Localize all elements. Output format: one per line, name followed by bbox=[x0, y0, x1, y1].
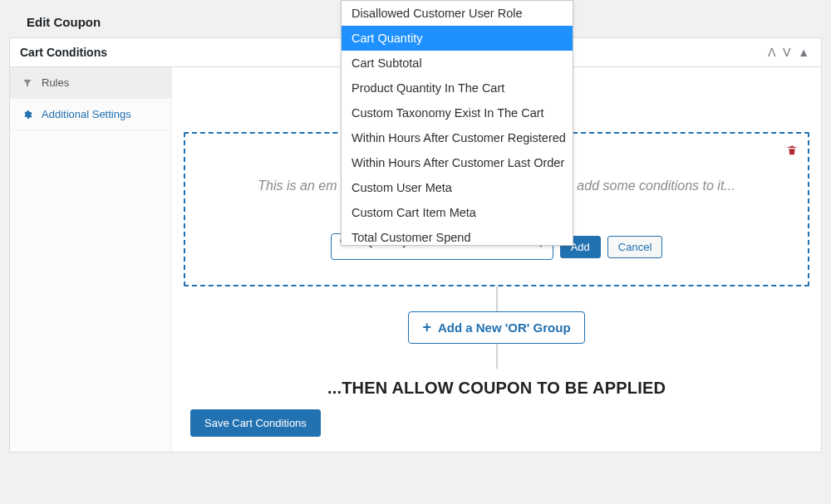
cancel-condition-button[interactable]: Cancel bbox=[607, 236, 662, 258]
dropdown-option[interactable]: Custom User Meta bbox=[342, 175, 573, 200]
plus-icon: + bbox=[422, 319, 431, 336]
dropdown-option[interactable]: Disallowed Customer User Role bbox=[342, 1, 573, 26]
add-or-group-button[interactable]: + Add a New 'OR' Group bbox=[408, 311, 584, 344]
panel-collapse[interactable]: ▲ bbox=[796, 45, 811, 60]
dropdown-option[interactable]: Custom Taxonomy Exist In The Cart bbox=[342, 100, 573, 125]
trash-icon[interactable] bbox=[786, 144, 798, 160]
dropdown-option[interactable]: Total Customer Spend bbox=[342, 225, 573, 246]
panel-move-up[interactable]: ᐱ bbox=[766, 45, 778, 60]
empty-text-prefix: This is an em bbox=[258, 179, 337, 193]
panel-title: Cart Conditions bbox=[20, 46, 107, 59]
panel-move-down[interactable]: ᐯ bbox=[781, 45, 793, 60]
condition-type-dropdown[interactable]: Disallowed Customer User RoleCart Quanti… bbox=[341, 0, 573, 246]
gear-icon bbox=[22, 110, 33, 120]
connector-line bbox=[496, 344, 498, 369]
sidebar-item-additional-settings[interactable]: Additional Settings bbox=[10, 99, 171, 130]
save-cart-conditions-button[interactable]: Save Cart Conditions bbox=[190, 409, 321, 437]
settings-sidebar: Rules Additional Settings bbox=[10, 67, 172, 452]
sidebar-item-rules[interactable]: Rules bbox=[10, 67, 171, 99]
add-or-group-label: Add a New 'OR' Group bbox=[438, 321, 571, 335]
sidebar-item-label: Additional Settings bbox=[42, 108, 131, 120]
dropdown-option[interactable]: Cart Subtotal bbox=[342, 51, 573, 76]
then-allow-text: ...THEN ALLOW COUPON TO BE APPLIED bbox=[184, 379, 809, 398]
dropdown-option[interactable]: Within Hours After Customer Registered bbox=[342, 125, 573, 150]
dropdown-option[interactable]: Product Quantity In The Cart bbox=[342, 76, 573, 100]
dropdown-option[interactable]: Custom Cart Item Meta bbox=[342, 200, 573, 225]
empty-text-suffix: add some conditions to it... bbox=[577, 179, 735, 193]
filter-icon bbox=[22, 78, 33, 88]
dropdown-option[interactable]: Within Hours After Customer Last Order bbox=[342, 150, 573, 175]
sidebar-item-label: Rules bbox=[42, 76, 69, 89]
dropdown-option[interactable]: Cart Quantity bbox=[342, 26, 573, 51]
connector-line bbox=[496, 286, 498, 311]
